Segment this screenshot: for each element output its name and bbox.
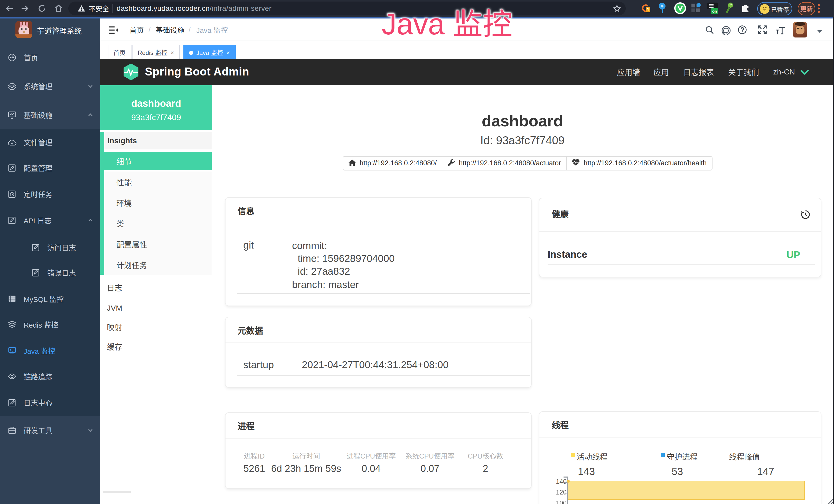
svg-text:on: on — [712, 9, 717, 13]
